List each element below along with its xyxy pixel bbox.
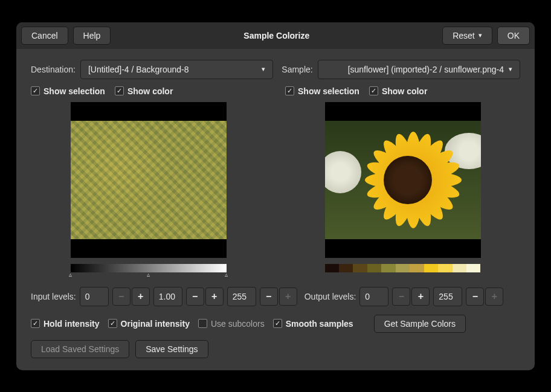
smooth-samples-checkbox[interactable]: Smooth samples (273, 319, 353, 329)
sample-preview (325, 102, 481, 258)
input-low-minus[interactable]: − (112, 288, 130, 306)
checkbox-icon (198, 319, 207, 328)
bottom-row: Load Saved Settings Save Settings (31, 340, 520, 358)
checkbox-icon (115, 86, 124, 95)
input-high-minus[interactable]: − (260, 288, 278, 306)
dest-checkbox-row: Show selection Show color (31, 86, 266, 96)
sample-sliders[interactable] (325, 272, 481, 278)
save-settings-button[interactable]: Save Settings (135, 340, 208, 358)
input-high-plus[interactable]: + (279, 288, 297, 306)
sample-select[interactable]: [sunflower] (imported)-2 / sunflower.png… (318, 60, 520, 79)
checkbox-icon (31, 86, 40, 95)
slider-low-marker[interactable]: ▵ (69, 271, 72, 278)
content: Destination: [Untitled]-4 / Background-8… (16, 49, 535, 370)
sample-label: Sample: (282, 65, 312, 74)
checkbox-label: Use subcolors (211, 319, 265, 329)
input-high-field[interactable] (227, 287, 256, 306)
source-row: Destination: [Untitled]-4 / Background-8… (31, 60, 520, 79)
titlebar: Cancel Help Sample Colorize Reset ▾ OK (16, 22, 535, 49)
output-high-field[interactable] (433, 287, 462, 306)
load-saved-settings-button[interactable]: Load Saved Settings (31, 340, 129, 358)
destination-image (71, 121, 227, 239)
levels-row: Input levels: − + − + − + Output levels:… (31, 287, 520, 306)
sample-show-color-checkbox[interactable]: Show color (369, 86, 427, 96)
chevron-down-icon: ▾ (478, 31, 482, 39)
checkbox-label: Show color (127, 86, 173, 96)
slider-high-marker[interactable]: ▵ (225, 271, 228, 278)
input-gamma-minus[interactable]: − (186, 288, 204, 306)
destination-label: Destination: (31, 65, 76, 74)
input-low-plus[interactable]: + (132, 288, 150, 306)
output-low-field[interactable] (359, 287, 388, 306)
original-intensity-checkbox[interactable]: Original intensity (108, 319, 190, 329)
dialog-title: Sample Colorize (115, 31, 437, 40)
hold-intensity-checkbox[interactable]: Hold intensity (31, 319, 100, 329)
sample-colorize-dialog: Cancel Help Sample Colorize Reset ▾ OK D… (16, 22, 535, 370)
checkbox-label: Show color (382, 86, 427, 96)
sample-value: [sunflower] (imported)-2 / sunflower.png… (348, 65, 504, 74)
input-gamma-field[interactable] (153, 287, 182, 306)
input-gamma-plus[interactable]: + (205, 288, 224, 306)
sample-checkbox-row: Show selection Show color (285, 86, 520, 96)
reset-label: Reset (453, 31, 475, 40)
checkbox-label: Smooth samples (286, 319, 353, 329)
options-row: Hold intensity Original intensity Use su… (31, 315, 520, 333)
checkbox-icon (108, 319, 117, 328)
output-levels-label: Output levels: (304, 292, 356, 301)
output-low-minus[interactable]: − (392, 288, 410, 306)
ok-button[interactable]: OK (497, 27, 530, 45)
checkbox-icon (31, 319, 40, 328)
destination-preview (71, 102, 227, 258)
checkbox-label: Hold intensity (44, 319, 100, 329)
output-low-plus[interactable]: + (411, 288, 430, 306)
checkbox-label: Show selection (44, 86, 105, 96)
cancel-button[interactable]: Cancel (21, 27, 68, 45)
output-high-minus[interactable]: − (466, 288, 484, 306)
checkbox-label: Original intensity (121, 319, 190, 329)
checkbox-icon (369, 86, 378, 95)
slider-mid-marker[interactable]: ▵ (147, 271, 150, 278)
sample-show-selection-checkbox[interactable]: Show selection (285, 86, 359, 96)
dest-show-selection-checkbox[interactable]: Show selection (31, 86, 105, 96)
preview-panels: Show selection Show color ▵ (31, 86, 520, 278)
dest-show-color-checkbox[interactable]: Show color (115, 86, 173, 96)
chevron-down-icon: ▾ (262, 65, 265, 73)
destination-value: [Untitled]-4 / Background-8 (88, 65, 189, 74)
input-levels-label: Input levels: (31, 292, 76, 301)
destination-panel: Show selection Show color ▵ (31, 86, 266, 278)
input-low-field[interactable] (80, 287, 109, 306)
use-subcolors-checkbox[interactable]: Use subcolors (198, 319, 265, 329)
sample-gradient[interactable] (325, 264, 481, 272)
get-sample-colors-button[interactable]: Get Sample Colors (374, 315, 466, 333)
destination-select[interactable]: [Untitled]-4 / Background-8 ▾ (80, 60, 273, 79)
checkbox-icon (273, 319, 282, 328)
help-button[interactable]: Help (73, 27, 111, 45)
output-high-plus[interactable]: + (485, 288, 503, 306)
sample-panel: Show selection Show color (285, 86, 520, 278)
sample-image (325, 121, 481, 239)
checkbox-label: Show selection (298, 86, 359, 96)
chevron-down-icon: ▾ (509, 65, 512, 73)
checkbox-icon (285, 86, 294, 95)
reset-button[interactable]: Reset ▾ (442, 27, 492, 45)
destination-sliders[interactable]: ▵ ▵ ▵ (71, 272, 227, 278)
